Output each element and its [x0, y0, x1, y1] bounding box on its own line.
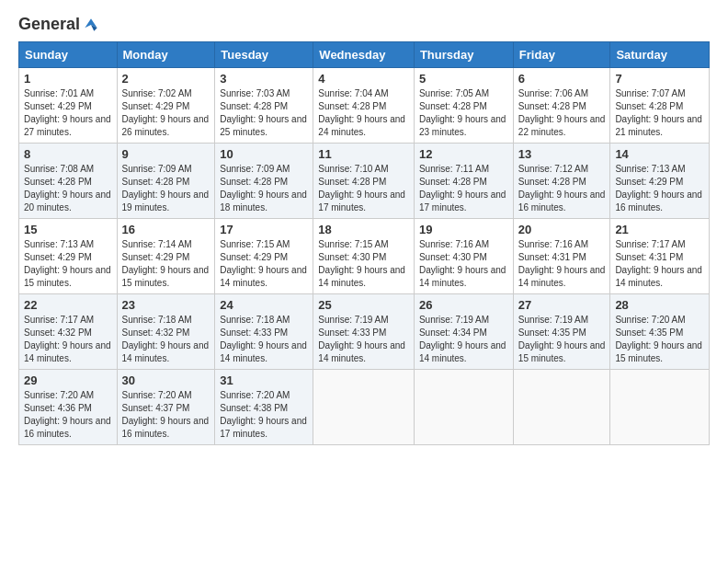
- day-number: 17: [220, 223, 308, 236]
- calendar-cell: 9 Sunrise: 7:09 AMSunset: 4:28 PMDayligh…: [117, 144, 215, 219]
- calendar-cell: 15 Sunrise: 7:13 AMSunset: 4:29 PMDaylig…: [19, 219, 118, 294]
- day-number: 2: [122, 72, 210, 86]
- day-info: Sunrise: 7:18 AMSunset: 4:33 PMDaylight:…: [220, 315, 307, 363]
- day-number: 14: [615, 147, 704, 161]
- day-info: Sunrise: 7:02 AMSunset: 4:29 PMDaylight:…: [122, 88, 210, 137]
- logo-bird-icon: [82, 16, 100, 34]
- header-tuesday: Tuesday: [215, 42, 313, 68]
- day-number: 13: [518, 147, 606, 161]
- calendar-cell: 19 Sunrise: 7:16 AMSunset: 4:30 PMDaylig…: [414, 219, 513, 294]
- day-info: Sunrise: 7:20 AMSunset: 4:35 PMDaylight:…: [615, 315, 702, 363]
- svg-marker-0: [85, 18, 97, 28]
- calendar-cell: 26 Sunrise: 7:19 AMSunset: 4:34 PMDaylig…: [414, 294, 513, 370]
- day-number: 26: [419, 298, 508, 312]
- calendar-cell: 22 Sunrise: 7:17 AMSunset: 4:32 PMDaylig…: [19, 294, 118, 370]
- header-saturday: Saturday: [610, 42, 710, 68]
- calendar-cell: 31 Sunrise: 7:20 AMSunset: 4:38 PMDaylig…: [215, 370, 313, 445]
- day-info: Sunrise: 7:14 AMSunset: 4:29 PMDaylight:…: [122, 239, 210, 288]
- calendar-cell: [610, 370, 710, 445]
- day-number: 21: [615, 223, 704, 236]
- day-info: Sunrise: 7:09 AMSunset: 4:28 PMDaylight:…: [220, 164, 307, 213]
- day-info: Sunrise: 7:17 AMSunset: 4:32 PMDaylight:…: [24, 315, 111, 363]
- calendar-cell: 1 Sunrise: 7:01 AMSunset: 4:29 PMDayligh…: [19, 68, 118, 144]
- day-info: Sunrise: 7:07 AMSunset: 4:28 PMDaylight:…: [615, 88, 702, 137]
- day-info: Sunrise: 7:09 AMSunset: 4:28 PMDaylight:…: [122, 164, 210, 213]
- calendar-cell: 3 Sunrise: 7:03 AMSunset: 4:28 PMDayligh…: [215, 68, 313, 144]
- day-info: Sunrise: 7:01 AMSunset: 4:29 PMDaylight:…: [24, 88, 111, 137]
- day-info: Sunrise: 7:20 AMSunset: 4:38 PMDaylight:…: [220, 390, 307, 439]
- day-number: 12: [419, 147, 508, 161]
- day-number: 23: [122, 298, 210, 312]
- day-number: 11: [318, 147, 409, 161]
- day-info: Sunrise: 7:15 AMSunset: 4:29 PMDaylight:…: [220, 239, 307, 288]
- day-info: Sunrise: 7:17 AMSunset: 4:31 PMDaylight:…: [615, 239, 702, 288]
- calendar-cell: 16 Sunrise: 7:14 AMSunset: 4:29 PMDaylig…: [117, 219, 215, 294]
- header-thursday: Thursday: [414, 42, 513, 68]
- day-number: 19: [419, 223, 508, 236]
- calendar-week-5: 29 Sunrise: 7:20 AMSunset: 4:36 PMDaylig…: [19, 370, 710, 445]
- day-info: Sunrise: 7:13 AMSunset: 4:29 PMDaylight:…: [615, 164, 702, 213]
- day-number: 24: [220, 298, 308, 312]
- header-sunday: Sunday: [19, 42, 118, 68]
- calendar-week-1: 1 Sunrise: 7:01 AMSunset: 4:29 PMDayligh…: [19, 68, 710, 144]
- day-info: Sunrise: 7:10 AMSunset: 4:28 PMDaylight:…: [318, 164, 405, 213]
- calendar-cell: [313, 370, 415, 445]
- day-info: Sunrise: 7:05 AMSunset: 4:28 PMDaylight:…: [419, 88, 506, 137]
- calendar-cell: 6 Sunrise: 7:06 AMSunset: 4:28 PMDayligh…: [513, 68, 610, 144]
- calendar-cell: 24 Sunrise: 7:18 AMSunset: 4:33 PMDaylig…: [215, 294, 313, 370]
- calendar-cell: 23 Sunrise: 7:18 AMSunset: 4:32 PMDaylig…: [117, 294, 215, 370]
- day-info: Sunrise: 7:12 AMSunset: 4:28 PMDaylight:…: [518, 164, 606, 213]
- calendar-cell: 29 Sunrise: 7:20 AMSunset: 4:36 PMDaylig…: [19, 370, 118, 445]
- calendar-table: SundayMondayTuesdayWednesdayThursdayFrid…: [18, 41, 710, 445]
- calendar-cell: 4 Sunrise: 7:04 AMSunset: 4:28 PMDayligh…: [313, 68, 415, 144]
- header-friday: Friday: [513, 42, 610, 68]
- calendar-cell: 28 Sunrise: 7:20 AMSunset: 4:35 PMDaylig…: [610, 294, 710, 370]
- day-number: 15: [24, 223, 112, 236]
- header-wednesday: Wednesday: [313, 42, 415, 68]
- day-info: Sunrise: 7:06 AMSunset: 4:28 PMDaylight:…: [518, 88, 606, 137]
- day-number: 31: [220, 373, 308, 387]
- calendar-cell: 11 Sunrise: 7:10 AMSunset: 4:28 PMDaylig…: [313, 144, 415, 219]
- calendar-cell: 5 Sunrise: 7:05 AMSunset: 4:28 PMDayligh…: [414, 68, 513, 144]
- header: General: [18, 15, 710, 32]
- day-number: 8: [24, 147, 112, 161]
- day-info: Sunrise: 7:18 AMSunset: 4:32 PMDaylight:…: [122, 315, 210, 363]
- calendar-cell: 25 Sunrise: 7:19 AMSunset: 4:33 PMDaylig…: [313, 294, 415, 370]
- day-number: 5: [419, 72, 508, 86]
- day-number: 22: [24, 298, 112, 312]
- calendar-cell: 12 Sunrise: 7:11 AMSunset: 4:28 PMDaylig…: [414, 144, 513, 219]
- day-info: Sunrise: 7:19 AMSunset: 4:35 PMDaylight:…: [518, 315, 606, 363]
- calendar-cell: 2 Sunrise: 7:02 AMSunset: 4:29 PMDayligh…: [117, 68, 215, 144]
- calendar-cell: 13 Sunrise: 7:12 AMSunset: 4:28 PMDaylig…: [513, 144, 610, 219]
- calendar-cell: 27 Sunrise: 7:19 AMSunset: 4:35 PMDaylig…: [513, 294, 610, 370]
- day-info: Sunrise: 7:20 AMSunset: 4:37 PMDaylight:…: [122, 390, 210, 439]
- day-info: Sunrise: 7:16 AMSunset: 4:31 PMDaylight:…: [518, 239, 606, 288]
- calendar-cell: 20 Sunrise: 7:16 AMSunset: 4:31 PMDaylig…: [513, 219, 610, 294]
- calendar-cell: 8 Sunrise: 7:08 AMSunset: 4:28 PMDayligh…: [19, 144, 118, 219]
- day-number: 3: [220, 72, 308, 86]
- calendar-cell: [513, 370, 610, 445]
- calendar-cell: 17 Sunrise: 7:15 AMSunset: 4:29 PMDaylig…: [215, 219, 313, 294]
- day-info: Sunrise: 7:20 AMSunset: 4:36 PMDaylight:…: [24, 390, 111, 439]
- calendar-week-3: 15 Sunrise: 7:13 AMSunset: 4:29 PMDaylig…: [19, 219, 710, 294]
- day-number: 16: [122, 223, 210, 236]
- day-number: 18: [318, 223, 409, 236]
- logo-general-text: General: [18, 15, 80, 34]
- calendar-cell: 10 Sunrise: 7:09 AMSunset: 4:28 PMDaylig…: [215, 144, 313, 219]
- calendar-cell: [414, 370, 513, 445]
- day-info: Sunrise: 7:13 AMSunset: 4:29 PMDaylight:…: [24, 239, 111, 288]
- day-info: Sunrise: 7:04 AMSunset: 4:28 PMDaylight:…: [318, 88, 405, 137]
- logo: General: [18, 15, 100, 32]
- day-info: Sunrise: 7:16 AMSunset: 4:30 PMDaylight:…: [419, 239, 506, 288]
- calendar-cell: 7 Sunrise: 7:07 AMSunset: 4:28 PMDayligh…: [610, 68, 710, 144]
- day-number: 28: [615, 298, 704, 312]
- day-info: Sunrise: 7:03 AMSunset: 4:28 PMDaylight:…: [220, 88, 307, 137]
- day-number: 25: [318, 298, 409, 312]
- day-number: 4: [318, 72, 409, 86]
- day-number: 20: [518, 223, 606, 236]
- day-number: 29: [24, 373, 112, 387]
- calendar-cell: 21 Sunrise: 7:17 AMSunset: 4:31 PMDaylig…: [610, 219, 710, 294]
- calendar-week-4: 22 Sunrise: 7:17 AMSunset: 4:32 PMDaylig…: [19, 294, 710, 370]
- day-number: 27: [518, 298, 606, 312]
- header-monday: Monday: [117, 42, 215, 68]
